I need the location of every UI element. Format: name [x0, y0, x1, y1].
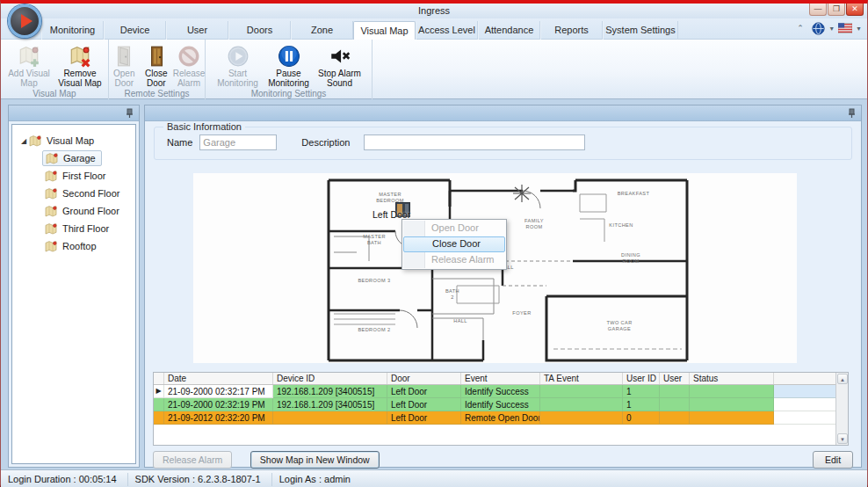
room-label: MASTERBATH	[363, 234, 386, 245]
table-cell	[690, 411, 774, 425]
remove-visual-map-button[interactable]: Remove Visual Map	[55, 42, 105, 89]
pause-monitoring-button[interactable]: Pause Monitoring	[264, 42, 314, 89]
door-open-icon	[112, 45, 135, 68]
column-header-ta-event[interactable]: TA Event	[540, 373, 623, 384]
context-menu-item-close-door[interactable]: Close Door	[403, 236, 505, 252]
tree-item-garage[interactable]: Garage	[12, 149, 135, 167]
status-segment: SDK Version : 6.2.3.8-1807-1	[128, 473, 272, 486]
ribbon-group-monitoring-settings: Start MonitoringPause MonitoringStop Ala…	[206, 40, 373, 99]
table-header-row: DateDevice IDDoorEventTA EventUser IDUse…	[154, 373, 848, 385]
minimize-icon[interactable]: —	[809, 4, 827, 16]
close-icon[interactable]: ✕	[846, 4, 864, 16]
language-flag-icon[interactable]	[838, 22, 852, 34]
tab-visual-map[interactable]: Visual Map	[353, 21, 416, 40]
scroll-up-icon[interactable]: ▲	[837, 374, 848, 384]
ribbon-button-label: Close Door	[142, 69, 171, 88]
tree-item-first-floor[interactable]: First Floor	[12, 167, 135, 185]
tab-monitoring[interactable]: Monitoring	[41, 21, 104, 40]
stop-alarm-icon	[329, 45, 351, 68]
window-title: Ingress	[1, 5, 867, 16]
tab-attendance[interactable]: Attendance	[478, 21, 540, 40]
tab-user[interactable]: User	[166, 21, 228, 40]
status-segment: Login Duration : 00:05:14	[1, 473, 128, 486]
tab-system-settings[interactable]: System Settings	[603, 21, 678, 40]
description-input[interactable]	[364, 134, 585, 150]
table-cell	[660, 411, 690, 425]
table-row[interactable]: 21-09-2012 02:32:20 PMLeft DoorRemote Op…	[154, 411, 848, 425]
column-header-status[interactable]: Status	[690, 373, 774, 384]
table-cell	[540, 398, 623, 411]
row-selector-header	[154, 373, 164, 384]
table-cell: 192.168.1.209 [3400515]	[273, 385, 387, 398]
help-icon[interactable]	[811, 22, 825, 34]
tree-item-second-floor[interactable]: Second Floor	[12, 185, 135, 202]
stop-alarm-sound-button[interactable]: Stop Alarm Sound	[315, 42, 365, 89]
table-cell	[540, 385, 623, 398]
table-cell-filler	[774, 398, 835, 411]
room-label: HALL	[453, 318, 467, 323]
tree-item-ground-floor[interactable]: Ground Floor	[12, 202, 135, 220]
main-panel: Basic Information Name Description MASTE…	[144, 105, 862, 468]
table-cell: Identify Success	[461, 385, 540, 398]
titlebar: Ingress —❐✕	[1, 4, 867, 18]
tree-item-rooftop[interactable]: Rooftop	[12, 237, 135, 255]
row-selector-cell	[154, 398, 164, 411]
room-label: KITCHEN	[609, 222, 633, 228]
tree-root-visual-map[interactable]: ◢Visual Map	[12, 132, 135, 149]
edit-button[interactable]: Edit	[813, 451, 853, 469]
table-cell: 192.168.1.209 [3400515]	[273, 398, 387, 411]
dropdown-caret-icon[interactable]: ▼	[828, 25, 835, 32]
map-add-icon	[18, 45, 40, 68]
room-label: FOYER	[512, 310, 531, 316]
status-bar: Login Duration : 00:05:14SDK Version : 6…	[1, 469, 867, 487]
map-icon	[44, 187, 58, 200]
map-icon	[28, 134, 42, 147]
room-label: TWO CARGARAGE	[606, 320, 632, 331]
tab-device[interactable]: Device	[104, 21, 166, 40]
table-cell: Left Door	[387, 385, 461, 398]
table-row[interactable]: ▶21-09-2000 02:32:17 PM192.168.1.209 [34…	[154, 385, 848, 398]
ribbon-button-label: Pause Monitoring	[265, 69, 313, 88]
app-logo-icon[interactable]	[8, 4, 41, 38]
collapse-ribbon-icon[interactable]: ⌃	[793, 22, 807, 34]
table-cell: 1	[623, 398, 660, 411]
tree-item-label: First Floor	[62, 171, 106, 181]
context-menu-item-open-door: Open Door	[403, 221, 505, 236]
column-header-date[interactable]: Date	[164, 373, 273, 384]
pin-icon[interactable]	[125, 108, 134, 119]
room-label: BEDROOM 2	[358, 327, 390, 332]
scroll-down-icon[interactable]: ▼	[837, 433, 848, 444]
column-header-device-id[interactable]: Device ID	[273, 373, 387, 384]
dropdown-caret-icon[interactable]: ▼	[856, 25, 862, 32]
table-cell-filler	[774, 385, 835, 398]
description-label: Description	[301, 137, 350, 148]
name-input[interactable]	[199, 134, 277, 150]
footer-buttons: Release AlarmShow Map in New WindowEdit	[153, 451, 853, 469]
table-vertical-scrollbar[interactable]: ▲▼	[835, 373, 848, 445]
table-cell	[660, 385, 690, 398]
tab-zone[interactable]: Zone	[291, 21, 353, 40]
tab-reports[interactable]: Reports	[540, 21, 603, 40]
release-alarm-button: Release Alarm	[153, 451, 232, 469]
pin-icon[interactable]	[847, 108, 857, 119]
tree-expander-icon[interactable]: ◢	[19, 137, 28, 145]
column-header-door[interactable]: Door	[387, 373, 461, 384]
show-map-in-new-window-button[interactable]: Show Map in New Window	[250, 451, 380, 469]
table-cell: 21-09-2000 02:32:19 PM	[164, 398, 273, 411]
table-row[interactable]: 21-09-2000 02:32:19 PM192.168.1.209 [340…	[154, 398, 848, 411]
tree-item-label: Ground Floor	[62, 206, 119, 216]
column-header-user-id[interactable]: User ID	[623, 373, 660, 384]
floor-plan-map[interactable]: MASTERBEDROOMMASTERBATHBEDROOM 3BEDROOM …	[193, 173, 797, 363]
open-door-button: Open Door	[109, 42, 140, 89]
tree-item-third-floor[interactable]: Third Floor	[12, 220, 135, 237]
restore-icon[interactable]: ❐	[828, 4, 845, 16]
row-selector-cell: ▶	[154, 385, 164, 398]
ribbon-group-visual-map: Add Visual MapRemove Visual MapVisual Ma…	[1, 40, 109, 99]
column-header-event[interactable]: Event	[461, 373, 540, 384]
close-door-button[interactable]: Close Door	[141, 42, 172, 89]
tab-access-level[interactable]: Access Level	[416, 21, 478, 40]
tab-doors[interactable]: Doors	[228, 21, 291, 40]
table-cell	[690, 398, 774, 411]
column-header-user[interactable]: User	[660, 373, 690, 384]
name-label: Name	[167, 137, 192, 148]
